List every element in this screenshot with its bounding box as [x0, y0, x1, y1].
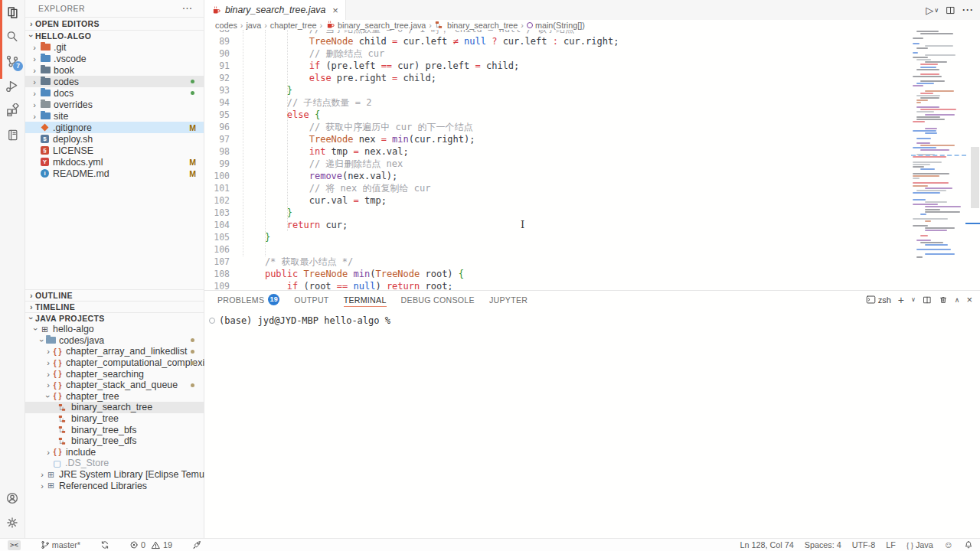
code-line[interactable]: 109 if (root == null) return root; [204, 280, 911, 290]
split-editor-button[interactable] [946, 5, 956, 15]
panel-tab-output[interactable]: OUTPUT [294, 291, 328, 308]
project-item--ds-store[interactable]: ▢.DS_Store [25, 458, 204, 469]
tab-close-icon[interactable]: × [332, 5, 338, 16]
code-line[interactable]: 94 // 子结点数量 = 2 [204, 96, 911, 109]
eol-indicator[interactable]: LF [886, 540, 896, 549]
section-java-projects[interactable]: › JAVA PROJECTS [25, 312, 204, 324]
code-line[interactable]: 92 else pre.right = child; [204, 72, 911, 84]
indentation-indicator[interactable]: Spaces: 4 [805, 540, 841, 549]
language-mode-indicator[interactable]: { } Java [906, 540, 933, 549]
code-line[interactable]: 106 [204, 243, 911, 256]
project-item-referenced-libraries[interactable]: ›⊞Referenced Libraries [25, 480, 204, 491]
terminal-prompt-line[interactable]: (base) jyd@JYD-MBP hello-algo % [209, 315, 390, 326]
code-line[interactable]: 90 // 删除结点 cur [204, 47, 911, 60]
activitybar-account-icon[interactable] [0, 486, 24, 510]
code-line[interactable]: 98 int tmp = nex.val; [204, 145, 911, 158]
feedback-icon[interactable]: ☺ [944, 540, 953, 550]
kill-terminal-button[interactable] [939, 295, 948, 305]
explorer-item--git[interactable]: ›.git [25, 41, 204, 53]
section-root-folder[interactable]: › HELLO-ALGO [25, 30, 204, 41]
panel-tab-problems[interactable]: PROBLEMS19 [217, 291, 279, 308]
project-item-binary-tree[interactable]: binary_tree [25, 413, 204, 425]
code-area[interactable]: 88 // 当子结点数量 = 0 / 1 时， child = null / 该… [204, 30, 911, 290]
project-item-binary-tree-bfs[interactable]: binary_tree_bfs [25, 424, 204, 435]
breadcrumb-item-binary-search-tree-java[interactable]: binary_search_tree.java [325, 20, 426, 30]
code-line[interactable]: 102 cur.val = tmp; [204, 194, 911, 207]
terminal-shell-selector[interactable]: zsh [866, 295, 891, 305]
breadcrumb-item-binary-search-tree[interactable]: binary_search_tree [435, 20, 518, 30]
explorer-item-license[interactable]: §LICENSE [25, 145, 204, 156]
code-line[interactable]: 96 // 获取中序遍历中 cur 的下一个结点 [204, 121, 911, 133]
cursor-position-indicator[interactable]: Ln 128, Col 74 [740, 540, 793, 549]
sync-button[interactable] [100, 540, 109, 549]
code-line[interactable]: 107 /* 获取最小结点 */ [204, 256, 911, 268]
project-item-chapter-stack-and-queue[interactable]: ›{ }chapter_stack_and_queue [25, 380, 204, 391]
project-item-chapter-tree[interactable]: ›{ }chapter_tree [25, 391, 204, 403]
explorer-item-book[interactable]: ›book [25, 64, 204, 76]
explorer-item-deploy-sh[interactable]: $deploy.sh [25, 133, 204, 145]
code-line[interactable]: 99 // 递归删除结点 nex [204, 158, 911, 170]
section-outline[interactable]: › OUTLINE [25, 289, 204, 301]
explorer-item--vscode[interactable]: ›.vscode [25, 53, 204, 64]
explorer-item-site[interactable]: ›site [25, 110, 204, 122]
breadcrumb-item-codes[interactable]: codes [215, 21, 237, 30]
activitybar-settings-icon[interactable] [0, 510, 24, 535]
panel-tab-jupyter[interactable]: JUPYTER [489, 291, 528, 308]
breadcrumb-item-java[interactable]: java [246, 21, 261, 30]
code-line[interactable]: 95 else { [204, 109, 911, 121]
explorer-item-mkdocs-yml[interactable]: Ymkdocs.ymlM [25, 156, 204, 168]
project-item-jre-system-library-eclipse-temurin-17-17-[interactable]: ›⊞JRE System Library [Eclipse Temurin 17… [25, 469, 204, 481]
activitybar-run-debug-icon[interactable] [0, 73, 24, 98]
breadcrumb-item-main-string-[interactable]: main(String[]) [527, 21, 585, 30]
explorer-item-codes[interactable]: ›codes [25, 76, 204, 87]
code-line[interactable]: 88 // 当子结点数量 = 0 / 1 时， child = null / 该… [204, 30, 911, 35]
section-timeline[interactable]: › TIMELINE [25, 301, 204, 312]
code-line[interactable]: 97 TreeNode nex = min(cur.right); [204, 133, 911, 145]
activitybar-source-control-icon[interactable]: 7 [0, 49, 24, 73]
explorer-item--gitignore[interactable]: .gitignoreM [25, 122, 204, 133]
code-line[interactable]: 105 } [204, 231, 911, 243]
maximize-panel-button[interactable]: ∧ [955, 296, 960, 304]
code-line[interactable]: 101 // 将 nex 的值复制给 cur [204, 182, 911, 194]
activitybar-search-icon[interactable] [0, 24, 24, 49]
notifications-bell-icon[interactable] [964, 540, 973, 549]
activitybar-extensions-icon[interactable] [0, 98, 24, 122]
code-line[interactable]: 104 return cur; [204, 219, 911, 231]
explorer-more-actions-button[interactable]: ··· [183, 0, 194, 17]
project-item-include[interactable]: ›{ }include [25, 447, 204, 458]
project-item-codes-java[interactable]: ›codes/java [25, 335, 204, 347]
encoding-indicator[interactable]: UTF-8 [852, 540, 876, 549]
tab-binary-search-tree-java[interactable]: binary_search_tree.java × [204, 0, 346, 20]
panel-tab-debug-console[interactable]: DEBUG CONSOLE [401, 291, 475, 308]
run-java-button[interactable]: ▷∨ [926, 5, 939, 16]
code-line[interactable]: 91 if (pre.left == cur) pre.left = child… [204, 60, 911, 72]
section-open-editors[interactable]: › OPEN EDITORS [25, 17, 204, 30]
editor-scrollbar-thumb[interactable] [971, 147, 979, 208]
terminal-dropdown-icon[interactable]: ∨ [911, 296, 916, 303]
split-terminal-button[interactable] [923, 295, 932, 305]
run-task-button[interactable] [192, 540, 201, 549]
code-line[interactable]: 89 TreeNode child = cur.left ≠ null ? cu… [204, 35, 911, 47]
explorer-item-docs[interactable]: ›docs [25, 87, 204, 99]
project-item-binary-tree-dfs[interactable]: binary_tree_dfs [25, 435, 204, 447]
code-line[interactable]: 103 } [204, 207, 911, 219]
activitybar-notebook-icon[interactable] [0, 122, 24, 147]
minimap[interactable] [911, 20, 980, 290]
editor-more-actions-button[interactable]: ··· [962, 5, 974, 15]
code-line[interactable]: 93 } [204, 84, 911, 96]
activitybar-explorer-icon[interactable] [0, 0, 24, 24]
explorer-item-readme-md[interactable]: iREADME.mdM [25, 168, 204, 179]
explorer-item-overrides[interactable]: ›overrides [25, 99, 204, 110]
new-terminal-button[interactable]: + [898, 294, 904, 306]
project-item-hello-algo[interactable]: ›⊞hello-algo [25, 324, 204, 335]
breadcrumb-item-chapter-tree[interactable]: chapter_tree [270, 21, 317, 30]
remote-indicator[interactable]: >< [8, 540, 21, 550]
project-item-chapter-searching[interactable]: ›{ }chapter_searching [25, 368, 204, 380]
close-panel-button[interactable]: × [966, 294, 972, 305]
code-line[interactable]: 108 public TreeNode min(TreeNode root) { [204, 268, 911, 280]
project-item-chapter-array-and-linkedlist[interactable]: ›{ }chapter_array_and_linkedlist [25, 346, 204, 357]
project-item-chapter-computational-complexity[interactable]: ›{ }chapter_computational_complexity [25, 357, 204, 369]
panel-tab-terminal[interactable]: TERMINAL [344, 291, 387, 308]
branch-indicator[interactable]: master* [41, 540, 80, 549]
project-item-binary-search-tree[interactable]: binary_search_tree [25, 402, 204, 413]
